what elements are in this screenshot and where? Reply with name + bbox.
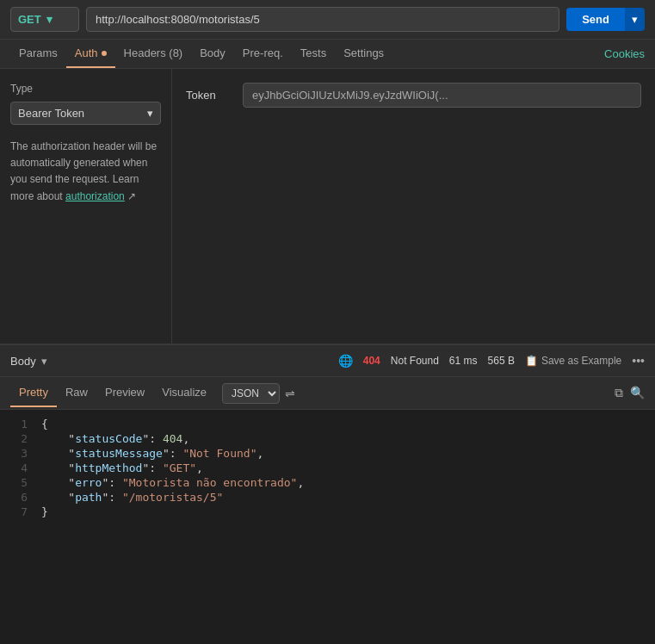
send-button[interactable]: Send bbox=[566, 8, 625, 31]
token-label: Token bbox=[186, 89, 229, 102]
response-status-section: 🌐 404 Not Found 61 ms 565 B 📋 Save as Ex… bbox=[338, 354, 645, 368]
bearer-token-selector[interactable]: Bearer Token ▾ bbox=[10, 102, 161, 125]
request-tabs: Params Auth Headers (8) Body Pre-req. Te… bbox=[0, 40, 655, 69]
auth-left-panel: Type Bearer Token ▾ The authorization he… bbox=[0, 69, 172, 344]
wrap-icon[interactable]: ⇌ bbox=[285, 387, 295, 400]
resp-tab-pretty[interactable]: Pretty bbox=[10, 379, 57, 407]
save-as-example-button[interactable]: 📋 Save as Example bbox=[525, 355, 621, 367]
body-chevron-icon[interactable]: ▾ bbox=[41, 355, 47, 368]
save-icon: 📋 bbox=[525, 355, 538, 367]
resp-tab-raw[interactable]: Raw bbox=[57, 379, 96, 407]
resp-tab-visualize[interactable]: Visualize bbox=[153, 379, 215, 407]
bearer-chevron-icon: ▾ bbox=[147, 107, 153, 120]
code-line-4: 4 "httpMethod": "GET", bbox=[0, 461, 655, 475]
authorization-link[interactable]: authorization bbox=[65, 190, 125, 202]
auth-info-text: The authorization header will be automat… bbox=[10, 139, 161, 205]
code-line-7: 7 } bbox=[0, 505, 655, 519]
code-line-5: 5 "erro": "Motorista não encontrado", bbox=[0, 475, 655, 490]
more-options-button[interactable]: ••• bbox=[632, 354, 645, 368]
tab-tests[interactable]: Tests bbox=[292, 40, 335, 68]
tab-settings[interactable]: Settings bbox=[335, 40, 392, 68]
copy-icon[interactable]: ⧉ bbox=[615, 386, 623, 400]
method-selector[interactable]: GET ▾ bbox=[10, 7, 79, 32]
arrow-icon: ↗ bbox=[127, 190, 136, 202]
tab-body[interactable]: Body bbox=[191, 40, 234, 68]
type-label: Type bbox=[10, 83, 161, 95]
response-size: 565 B bbox=[488, 355, 515, 367]
code-line-3: 3 "statusMessage": "Not Found", bbox=[0, 446, 655, 461]
request-bar: GET ▾ Send ▾ bbox=[0, 0, 655, 40]
send-button-group: Send ▾ bbox=[566, 8, 645, 31]
auth-right-panel: Token bbox=[172, 69, 655, 344]
search-icon[interactable]: 🔍 bbox=[630, 386, 645, 400]
content-area: Type Bearer Token ▾ The authorization he… bbox=[0, 69, 655, 644]
token-input[interactable] bbox=[243, 83, 641, 108]
send-dropdown-button[interactable]: ▾ bbox=[625, 8, 645, 31]
token-row: Token bbox=[186, 83, 641, 108]
resp-tab-preview[interactable]: Preview bbox=[96, 379, 153, 407]
response-code-area: 1 { 2 "statusCode": 404, 3 "statusMessag… bbox=[0, 410, 655, 644]
json-format-select[interactable]: JSON XML Text bbox=[222, 383, 280, 404]
auth-dot bbox=[102, 51, 107, 56]
status-code: 404 bbox=[363, 355, 380, 367]
code-line-1: 1 { bbox=[0, 417, 655, 431]
auth-section: Type Bearer Token ▾ The authorization he… bbox=[0, 69, 655, 344]
tab-prereq[interactable]: Pre-req. bbox=[234, 40, 292, 68]
method-label: GET bbox=[18, 13, 41, 26]
code-line-6: 6 "path": "/motoristas/5" bbox=[0, 490, 655, 505]
tab-headers[interactable]: Headers (8) bbox=[115, 40, 192, 68]
code-line-2: 2 "statusCode": 404, bbox=[0, 431, 655, 446]
method-chevron-icon: ▾ bbox=[46, 13, 53, 26]
response-time: 61 ms bbox=[449, 355, 478, 367]
response-tab-icons: ⧉ 🔍 bbox=[615, 386, 645, 400]
cookies-link[interactable]: Cookies bbox=[604, 47, 645, 60]
body-label: Body bbox=[10, 355, 36, 368]
response-body-bar: Body ▾ 🌐 404 Not Found 61 ms 565 B 📋 Sav… bbox=[0, 344, 655, 377]
url-input[interactable] bbox=[86, 7, 559, 32]
globe-icon: 🌐 bbox=[338, 354, 353, 368]
tab-params[interactable]: Params bbox=[10, 40, 66, 68]
response-tabs: Pretty Raw Preview Visualize JSON XML Te… bbox=[0, 377, 655, 410]
tab-auth[interactable]: Auth bbox=[66, 40, 115, 68]
status-text: Not Found bbox=[391, 355, 439, 367]
